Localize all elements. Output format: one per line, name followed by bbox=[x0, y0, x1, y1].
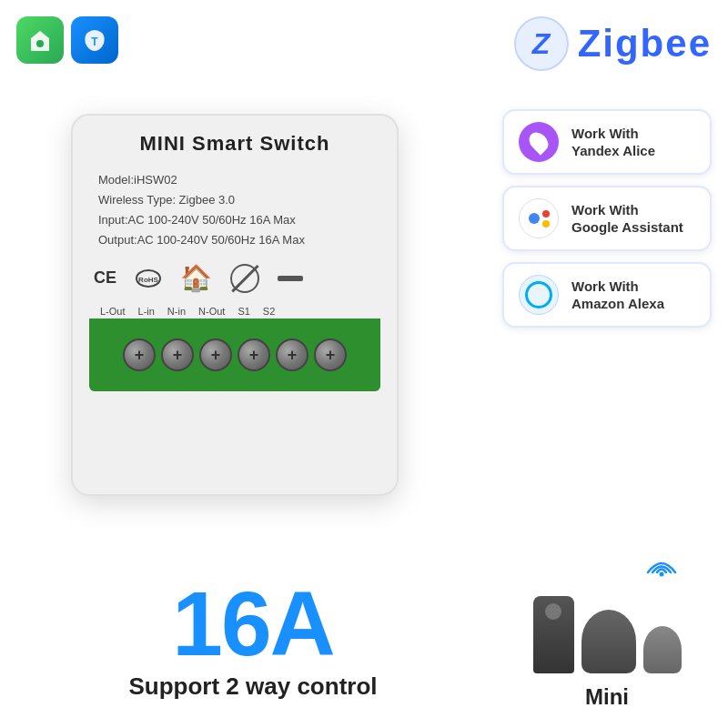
google-dot-blue bbox=[529, 213, 540, 224]
device-tall bbox=[533, 596, 574, 673]
svg-text:T: T bbox=[91, 35, 98, 48]
device-small bbox=[643, 626, 682, 673]
terminal-l-in: L-in bbox=[138, 306, 155, 317]
google-label: Work With Google Assistant bbox=[571, 201, 683, 237]
terminal-screw-4 bbox=[238, 339, 270, 371]
google-badge: Work With Google Assistant bbox=[502, 186, 712, 251]
wifi-arcs-svg bbox=[643, 550, 680, 577]
switch-device: MINI Smart Switch Model:iHSW02 Wireless … bbox=[71, 114, 399, 496]
svg-text:RoHS: RoHS bbox=[138, 276, 158, 284]
alexa-icon bbox=[519, 275, 559, 315]
terminal-labels: L-Out L-in N-in N-Out S1 S2 bbox=[89, 306, 380, 317]
crossed-circle-icon bbox=[230, 264, 259, 293]
terminal-block bbox=[89, 318, 380, 391]
bottom-section: 16A Support 2 way control bbox=[16, 578, 490, 701]
svg-point-0 bbox=[36, 40, 44, 47]
svg-point-4 bbox=[660, 572, 664, 577]
device-title: MINI Smart Switch bbox=[140, 132, 330, 156]
terminal-screw-5 bbox=[276, 339, 308, 371]
dark-rect bbox=[278, 276, 303, 281]
alexa-ring bbox=[525, 281, 552, 308]
alexa-badge: Work With Amazon Alexa bbox=[502, 262, 712, 328]
yandex-badge: Work With Yandex Alice bbox=[502, 109, 712, 175]
wireless-line: Wireless Type: Zigbee 3.0 bbox=[98, 190, 371, 210]
device-medium bbox=[581, 610, 636, 673]
ce-mark: CE bbox=[94, 268, 116, 288]
support-text: Support 2 way control bbox=[16, 672, 490, 701]
tuya-icon: T bbox=[71, 16, 118, 64]
zigbee-brand-text: Zigbee bbox=[578, 22, 712, 66]
google-icon bbox=[519, 198, 559, 238]
terminal-l-out: L-Out bbox=[100, 306, 126, 317]
amps-rating: 16A bbox=[16, 578, 490, 669]
devices-illustration bbox=[516, 550, 698, 677]
google-dots bbox=[529, 210, 550, 228]
yandex-drop bbox=[525, 128, 551, 155]
input-line: Input:AC 100-240V 50/60Hz 16A Max bbox=[98, 210, 371, 230]
zigbee-logo: Z Zigbee bbox=[514, 16, 712, 71]
compatibility-badges: Work With Yandex Alice Work With Google … bbox=[502, 109, 712, 328]
yandex-label: Work With Yandex Alice bbox=[571, 125, 655, 160]
devices-row bbox=[516, 596, 698, 673]
yandex-icon bbox=[519, 122, 559, 162]
wifi-signals bbox=[643, 550, 680, 577]
home-cert-icon: 🏠 bbox=[180, 263, 212, 293]
google-dot-yellow bbox=[542, 220, 550, 228]
certifications: CE RoHS 🏠 bbox=[94, 263, 385, 293]
terminal-screw-2 bbox=[161, 339, 194, 371]
smart-life-icon bbox=[16, 16, 64, 64]
terminal-s1: S1 bbox=[238, 306, 249, 317]
terminal-screw-3 bbox=[199, 339, 232, 371]
output-line: Output:AC 100-240V 50/60Hz 16A Max bbox=[98, 230, 371, 250]
terminal-n-in: N-in bbox=[167, 306, 186, 317]
device-area: MINI Smart Switch Model:iHSW02 Wireless … bbox=[16, 86, 453, 523]
rohs-mark: RoHS bbox=[135, 268, 162, 288]
zigbee-z-icon: Z bbox=[514, 16, 569, 71]
model-line: Model:iHSW02 bbox=[98, 170, 371, 190]
terminal-screw-1 bbox=[123, 339, 156, 371]
terminal-screw-6 bbox=[314, 339, 347, 371]
mini-devices-section: Mini bbox=[502, 528, 712, 710]
terminal-s2: S2 bbox=[263, 306, 275, 317]
device-specs: Model:iHSW02 Wireless Type: Zigbee 3.0 I… bbox=[89, 170, 380, 250]
platform-icons: T bbox=[16, 16, 118, 64]
mini-label: Mini bbox=[585, 684, 629, 710]
google-dots-right bbox=[542, 210, 550, 228]
google-dot-red bbox=[542, 210, 550, 217]
alexa-label: Work With Amazon Alexa bbox=[571, 278, 664, 313]
device-circle-top bbox=[545, 603, 561, 620]
terminal-n-out: N-Out bbox=[198, 306, 225, 317]
